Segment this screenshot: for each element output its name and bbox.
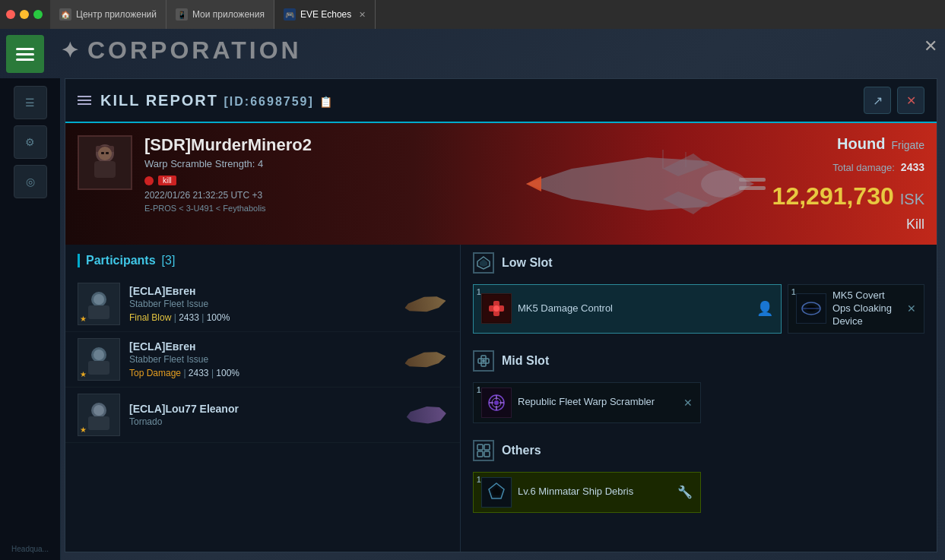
participant-item[interactable]: ★ [ECLA]Евген Stabber Fleet Issue Top Da… [65,332,460,388]
side-menu-button[interactable]: ☰ [14,86,47,119]
participant-ship: Stabber Fleet Issue [129,354,393,365]
svg-rect-15 [106,152,109,154]
participant-ship-icon [402,293,448,315]
item-info: Lv.6 Minmatar Ship Debris [518,486,671,498]
kill-datetime: 2022/01/26 21:32:25 UTC +3 [144,190,312,201]
item-icon [481,477,512,508]
victim-avatar [78,135,132,190]
participant-item[interactable]: ★ [ECLA]Евген Stabber Fleet Issue Final … [65,277,460,332]
participants-count: [3] [162,254,176,267]
equipment-item[interactable]: 1 MK5 Covert Ops Cloaking Dev [788,284,924,334]
item-info: MK5 Damage Control [518,302,750,315]
others-slot-icon [473,440,494,461]
stat-label: Top Damage [129,368,181,378]
panel-close-button[interactable]: ✕ [897,87,924,114]
section-header-bar [78,254,80,267]
export-button[interactable]: ↗ [864,87,891,114]
svg-point-44 [494,400,499,405]
my-apps-icon: 📱 [176,8,188,21]
item-info: Republic Fleet Warp Scrambler [518,396,674,409]
low-slot-items: 1 MK5 Damage Control [461,281,937,337]
total-damage-value: 2433 [901,161,924,173]
mid-slot-header: Mid Slot [461,343,937,379]
participant-info: [ECLA]Евген Stabber Fleet Issue Final Bl… [129,285,393,323]
stat-damage: 2433 [179,312,199,323]
hamburger-line-1 [16,48,34,50]
others-section: Others 1 [461,432,937,522]
participants-section-header: Participants [3] [65,245,460,277]
status-badge: kill [158,176,176,185]
low-slot-section: Low Slot 1 [461,245,937,343]
mid-slot-icon [473,350,494,372]
equipment-item[interactable]: 1 MK5 Damage Control [473,284,782,334]
stat-label: Final Blow [129,312,171,323]
svg-rect-11 [94,161,116,178]
participant-ship-icon [402,403,448,426]
kill-report-label: KILL REPORT [100,92,218,109]
kill-stats: Hound Frigate Total damage: 2433 12,291,… [772,135,924,233]
maximize-traffic-light[interactable] [33,10,43,19]
side-settings-button[interactable]: ⚙ [14,125,47,159]
side-target-button[interactable]: ◎ [14,165,47,198]
panel-actions: ↗ ✕ [864,87,924,114]
tab-my-apps[interactable]: 📱 Мои приложения [166,0,274,29]
item-info: MK5 Covert Ops Cloaking Device [832,289,898,328]
tab-app-center-label: Центр приложений [76,9,157,20]
equipment-panel: Low Slot 1 [461,245,937,552]
close-icon[interactable]: ✕ [907,302,916,315]
participant-item[interactable]: ★ [ECLA]Lou77 Eleanor Tornado [65,388,460,443]
corp-star-icon: ✦ [61,38,81,63]
main-window-close-button[interactable]: ✕ [924,36,937,56]
svg-rect-51 [477,451,483,457]
total-damage-label: Total damage: [832,162,895,173]
participant-rank-star: ★ [80,315,87,323]
item-name: Lv.6 Minmatar Ship Debris [518,486,671,498]
copy-icon[interactable]: 📋 [319,96,334,108]
close-traffic-light[interactable] [6,10,15,19]
equipment-item[interactable]: 1 Lv.6 Minmatar Ship Debris [473,472,701,513]
item-icon [481,293,512,324]
svg-rect-14 [101,152,104,154]
item-qty: 1 [791,288,796,296]
victim-portrait [79,137,131,188]
hamburger-line-3 [16,59,34,61]
kill-hero-section: [SDR]MurderMinero2 Warp Scramble Strengt… [65,123,937,245]
victim-status-row: kill [144,176,312,185]
item-name: Republic Fleet Warp Scrambler [518,396,674,409]
participant-stats: Top Damage | 2433 | 100% [129,368,393,378]
participant-stats: Final Blow | 2433 | 100% [129,312,393,323]
item-name: MK5 Damage Control [518,302,750,315]
participant-avatar: ★ [78,338,120,381]
participant-avatar: ★ [78,283,120,325]
kill-report-panel: KILL REPORT [ID:6698759] 📋 ↗ ✕ [65,78,937,552]
others-slot-header: Others [461,432,937,469]
tab-my-apps-label: Мои приложения [192,9,265,20]
minimize-traffic-light[interactable] [20,10,29,19]
tab-close-icon[interactable]: ✕ [359,10,366,20]
participants-title: Participants [86,254,156,267]
eve-echoes-icon: 🎮 [284,8,296,21]
svg-marker-29 [480,259,487,267]
isk-value: 12,291,730 [772,182,894,210]
svg-point-27 [94,405,104,416]
svg-marker-1 [526,176,541,191]
close-icon[interactable]: ✕ [683,397,693,409]
tab-app-center[interactable]: 🏠 Центр приложений [50,0,166,29]
status-indicator [144,176,154,185]
hamburger-menu-button[interactable] [6,35,44,73]
wrench-icon: 🔧 [677,485,693,499]
victim-name: [SDR]MurderMinero2 [144,135,312,155]
equipment-item[interactable]: 1 [473,382,701,423]
others-items: 1 Lv.6 Minmatar Ship Debris [461,469,937,516]
mid-slot-title: Mid Slot [502,354,549,368]
hq-label: Headqua... [11,545,49,554]
svg-rect-50 [484,445,490,450]
panel-header: KILL REPORT [ID:6698759] 📋 ↗ ✕ [65,79,937,123]
tab-eve-echoes[interactable]: 🎮 EVE Echoes ✕ [274,0,376,29]
svg-rect-26 [88,416,109,430]
panel-hamburger-button[interactable] [78,96,91,105]
participant-rank-star: ★ [80,426,87,434]
kill-outcome: Kill [772,217,924,233]
participant-info: [ECLA]Lou77 Eleanor Tornado [129,403,393,427]
hamburger-line-2 [16,53,34,55]
